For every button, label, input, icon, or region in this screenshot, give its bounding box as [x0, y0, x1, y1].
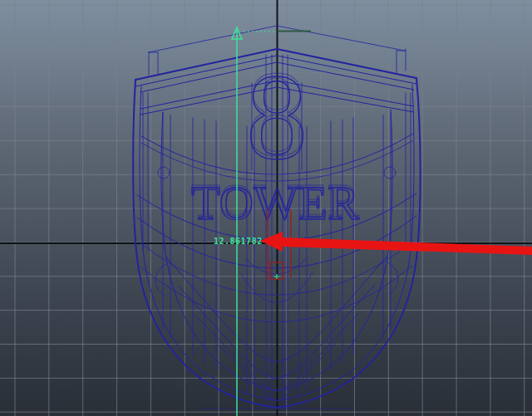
- badge-word[interactable]: TOWER: [191, 178, 360, 229]
- viewport[interactable]: 8 8 TOWER TOWER 12.861782: [0, 0, 532, 416]
- badge-number[interactable]: 8: [246, 49, 308, 185]
- viewport-canvas[interactable]: 8 8 TOWER TOWER 12.861782: [0, 0, 532, 416]
- distance-readout: 12.861782: [214, 237, 263, 246]
